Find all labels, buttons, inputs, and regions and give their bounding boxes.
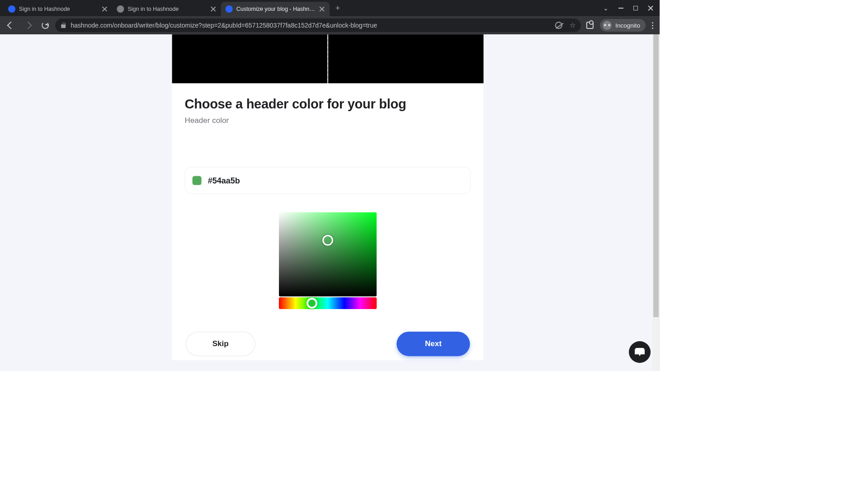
header-preview [172, 34, 484, 83]
close-icon[interactable] [210, 6, 217, 12]
lock-icon [61, 23, 66, 28]
page-subtitle: Header color [185, 116, 471, 125]
new-tab-button[interactable]: + [331, 2, 344, 14]
back-button[interactable] [4, 18, 18, 33]
minimize-icon[interactable] [618, 8, 623, 9]
arrow-left-icon [7, 22, 15, 29]
page-viewport: Choose a header color for your blog Head… [0, 34, 660, 371]
close-icon[interactable] [101, 6, 108, 12]
forward-button[interactable] [21, 18, 35, 33]
color-hex-input[interactable]: #54aa5b [185, 167, 471, 194]
arrow-right-icon [24, 22, 32, 29]
browser-menu-icon[interactable] [652, 22, 653, 29]
incognito-badge[interactable]: Incognito [600, 19, 646, 32]
reload-icon [42, 22, 49, 29]
browser-tab[interactable]: Sign in to Hashnode [4, 2, 112, 16]
browser-toolbar: hashnode.com/onboard/writer/blog/customi… [0, 16, 660, 34]
browser-tab-active[interactable]: Customize your blog - Hashnod [221, 2, 330, 16]
close-window-icon[interactable] [648, 5, 653, 11]
extensions-icon[interactable] [586, 22, 594, 29]
reload-button[interactable] [38, 18, 52, 33]
close-icon[interactable] [319, 6, 325, 12]
bookmark-icon[interactable]: ☆ [570, 21, 576, 29]
incognito-label: Incognito [615, 22, 640, 29]
scrollbar-track[interactable] [652, 34, 660, 371]
header-preview-left [172, 34, 327, 83]
url-text: hashnode.com/onboard/writer/blog/customi… [71, 22, 377, 29]
window-controls: ⌄ [597, 0, 660, 16]
browser-tabstrip: Sign in to Hashnode Sign in to Hashnode … [0, 0, 660, 16]
hashnode-icon [8, 5, 15, 13]
tab-title: Sign in to Hashnode [19, 6, 98, 12]
globe-icon [117, 5, 124, 13]
skip-button[interactable]: Skip [186, 332, 255, 356]
color-swatch [193, 176, 202, 185]
tracking-off-icon[interactable] [555, 22, 562, 29]
hue-slider[interactable] [279, 297, 377, 309]
header-preview-right [328, 34, 483, 83]
address-bar[interactable]: hashnode.com/onboard/writer/blog/customi… [55, 19, 581, 32]
chevron-down-icon[interactable]: ⌄ [603, 5, 609, 12]
incognito-icon [603, 21, 612, 30]
maximize-icon[interactable] [633, 6, 638, 10]
tab-title: Sign in to Hashnode [127, 6, 206, 12]
hue-thumb[interactable] [307, 298, 317, 309]
scrollbar-thumb[interactable] [653, 34, 659, 317]
saturation-value-panel[interactable] [279, 212, 377, 296]
page-title: Choose a header color for your blog [185, 97, 471, 112]
sv-thumb[interactable] [322, 235, 333, 246]
tab-title: Customize your blog - Hashnod [236, 6, 315, 12]
color-hex-value: #54aa5b [208, 176, 240, 185]
chat-fab[interactable] [629, 341, 651, 363]
next-button[interactable]: Next [396, 332, 470, 356]
browser-tab[interactable]: Sign in to Hashnode [112, 2, 221, 16]
hashnode-icon [226, 5, 233, 13]
onboarding-card: Choose a header color for your blog Head… [172, 34, 484, 360]
